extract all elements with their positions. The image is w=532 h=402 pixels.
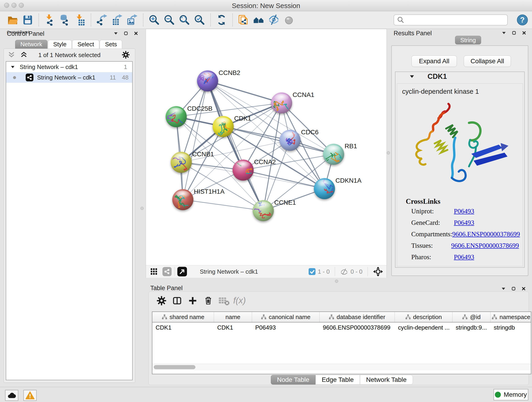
hide-selected-button[interactable] — [266, 13, 281, 27]
hidden-eye-icon[interactable] — [340, 268, 348, 275]
table-panel: Table Panel — [146, 284, 530, 387]
column-header--id[interactable]: @id — [452, 312, 491, 322]
memory-button[interactable]: Memory — [494, 389, 528, 400]
crosslink-value-link[interactable]: P06493 — [454, 207, 474, 215]
birdseye-view-button[interactable] — [177, 267, 187, 276]
column-header-label: description — [413, 313, 442, 321]
crosslink-value-link[interactable]: 9606.ENSP00000378699 — [452, 230, 520, 238]
tab-string[interactable]: String — [455, 36, 481, 45]
table-cell[interactable]: CDK1 — [152, 322, 214, 332]
network-options-button[interactable] — [122, 51, 130, 59]
delete-table-button[interactable] — [216, 295, 232, 307]
open-session-button[interactable] — [5, 13, 20, 27]
table-horizontal-scrollbar[interactable] — [152, 364, 531, 370]
network-canvas[interactable]: CCNB2 CCNA1 CDC25B CDK1 CDC6 RB1 CCNB1 C… — [146, 29, 386, 265]
node-CCNE1[interactable]: CCNE1 — [246, 199, 296, 221]
warnings-button[interactable] — [23, 390, 37, 401]
grid-view-button[interactable] — [150, 267, 158, 276]
zoom-in-button[interactable] — [147, 13, 162, 27]
function-builder-button[interactable]: f(x) — [232, 295, 252, 307]
edge-CCNB2-HIST1H1A[interactable] — [183, 81, 208, 200]
table-panel-menu-button[interactable] — [500, 285, 507, 292]
results-panel-menu-button[interactable] — [500, 29, 508, 36]
horizontal-splitter-handle[interactable] — [335, 280, 338, 283]
table-cell[interactable]: cyclin-dependent ... — [395, 322, 452, 332]
node-CDC25B[interactable]: CDC25B — [166, 105, 212, 130]
node-label-CDKN1A: CDKN1A — [336, 177, 361, 184]
table-cell[interactable]: 9606.ENSP00000378699 — [320, 322, 395, 332]
control-panel-float-button[interactable] — [122, 30, 130, 37]
import-network-from-file-icon — [44, 14, 56, 26]
zoom-selected-button[interactable] — [192, 13, 207, 27]
entry-collapse-button[interactable] — [410, 75, 414, 78]
help-button[interactable]: ? — [516, 14, 528, 26]
tab-network-table[interactable]: Network Table — [360, 375, 413, 385]
results-panel-close-button[interactable] — [520, 29, 528, 36]
node-CDKN1A[interactable]: CDKN1A — [314, 175, 361, 199]
pan-crosshair-icon[interactable] — [373, 266, 383, 277]
toolbar-separator — [210, 13, 211, 26]
table-panel-close-button[interactable] — [520, 285, 527, 292]
edge-CCNA2-CDKN1A[interactable] — [243, 170, 324, 189]
import-network-from-database-button[interactable] — [57, 13, 72, 27]
column-header-canonical-name[interactable]: canonical name — [252, 312, 320, 322]
scrollbar-thumb[interactable] — [154, 365, 196, 369]
show-columns-button[interactable] — [169, 295, 185, 307]
edge-HIST1H1A-CCNE1[interactable] — [183, 200, 263, 211]
save-session-button[interactable] — [20, 13, 35, 27]
caret-down-icon — [501, 287, 505, 290]
node-CCNA1[interactable]: CCNA1 — [271, 91, 314, 120]
control-panel-menu-button[interactable] — [112, 30, 120, 37]
export-network-button[interactable] — [94, 13, 109, 27]
zoom-out-button[interactable] — [162, 13, 177, 27]
table-cell[interactable]: P06493 — [252, 322, 320, 332]
tab-node-table[interactable]: Node Table — [271, 375, 316, 385]
table-cell[interactable]: stringdb:9... — [452, 322, 491, 332]
table-cell[interactable]: stringdb — [491, 322, 531, 332]
export-image-button[interactable] — [125, 13, 140, 27]
network-badge-button[interactable] — [162, 267, 172, 276]
table-panel-float-button[interactable] — [510, 285, 517, 292]
control-panel-close-button[interactable] — [132, 30, 140, 37]
selected-checkbox-icon[interactable] — [309, 268, 316, 275]
table-options-button[interactable] — [154, 295, 169, 307]
network-row[interactable]: String Network – cdk1 11 48 — [6, 72, 132, 83]
first-neighbors-button[interactable] — [251, 13, 266, 27]
results-panel-float-button[interactable] — [510, 29, 518, 36]
search-input[interactable] — [405, 16, 502, 24]
network-collection-row[interactable]: String Network – cdk1 1 — [6, 62, 132, 72]
import-network-from-file-button[interactable] — [42, 13, 57, 27]
apply-preferred-layout-button[interactable] — [214, 13, 229, 27]
zoom-fit-content-button[interactable] — [177, 13, 192, 27]
tab-edge-table[interactable]: Edge Table — [316, 375, 360, 385]
column-header-shared-name[interactable]: shared name — [152, 312, 214, 322]
left-splitter-handle[interactable] — [140, 207, 144, 210]
show-all-button[interactable] — [281, 13, 297, 27]
column-header-description[interactable]: description — [395, 312, 452, 322]
cloud-status-button[interactable] — [5, 390, 18, 401]
table-row[interactable]: CDK1CDK1P064939606.ENSP00000378699cyclin… — [152, 322, 531, 332]
network-manager-panel: 1 of 1 Network selected String Network –… — [4, 49, 135, 383]
crosslink-value-link[interactable]: P06493 — [454, 253, 474, 261]
create-column-button[interactable] — [185, 295, 201, 307]
node-HIST1H1A[interactable]: HIST1H1A — [172, 188, 225, 210]
node-RB1[interactable]: RB1 — [323, 143, 357, 172]
column-header-database-identifier[interactable]: database identifier — [320, 312, 395, 322]
import-table-from-file-button[interactable] — [72, 13, 88, 27]
tab-select[interactable]: Select — [72, 40, 99, 49]
new-network-from-selection-button[interactable] — [236, 13, 251, 27]
collapse-all-button[interactable]: Collapse All — [464, 56, 511, 67]
table-cell[interactable]: CDK1 — [214, 322, 252, 332]
expand-all-button[interactable]: Expand All — [412, 56, 457, 67]
tab-style[interactable]: Style — [48, 40, 72, 49]
column-header-namespace[interactable]: namespace — [491, 312, 531, 322]
tab-network[interactable]: Network — [15, 40, 47, 49]
column-header-name[interactable]: name — [214, 312, 252, 322]
edge-CCNB2-CCNA1[interactable] — [208, 81, 282, 103]
crosslink-value-link[interactable]: P06493 — [454, 219, 474, 226]
string-network-icon — [26, 74, 33, 81]
delete-column-button[interactable] — [201, 295, 216, 307]
export-table-button[interactable] — [109, 13, 125, 27]
crosslink-value-link[interactable]: 9606.ENSP00000378699 — [451, 242, 519, 249]
tab-sets[interactable]: Sets — [100, 40, 122, 49]
